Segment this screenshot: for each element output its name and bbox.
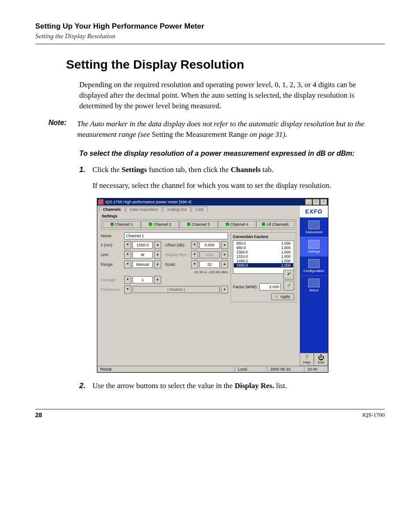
tab-analog-out[interactable]: Analog Out (163, 206, 191, 212)
settings-group-label: Settings (102, 214, 300, 218)
channel-indicator-icon (111, 223, 114, 226)
factor-label: Factor (W/W): (233, 285, 258, 289)
sidebar-item-instrument[interactable]: Instrument (300, 217, 328, 237)
display-res-value[interactable]: Auto (199, 251, 220, 258)
sidebar-label: Configuration (303, 269, 324, 273)
cf-factor: 1.000 (281, 250, 291, 254)
exfo-logo: EXFO (300, 205, 328, 217)
sidebar-item-settings[interactable]: Settings (300, 237, 328, 256)
reference-up-button[interactable]: ▲ (221, 286, 228, 294)
channel-2-button[interactable]: Channel 2 (141, 221, 179, 228)
channel-indicator-icon (187, 223, 190, 226)
cf-wl: 980.0 (236, 246, 246, 250)
cf-row[interactable]: 850.01.000 (234, 241, 293, 246)
scale-down-button[interactable]: ▼ (191, 261, 198, 268)
cf-row[interactable]: 1300.01.000 (234, 250, 293, 254)
window-title: IQS-1700 High performance power meter [9… (105, 200, 305, 204)
apply-button[interactable]: ✓ Apply (271, 293, 294, 300)
channel-indicator-icon (262, 223, 265, 226)
window-maximize-button[interactable]: □ (313, 199, 320, 205)
step-1-text: Click the Settings function tab, then cl… (92, 165, 273, 175)
average-down-button[interactable]: ▼ (124, 276, 131, 284)
display-res-down-button[interactable]: ▼ (191, 251, 198, 259)
range-up-button[interactable]: ▲ (154, 261, 161, 268)
tabs-row: Channels Data Acquisition Analog Out Lis… (97, 205, 300, 212)
scale-up-button[interactable]: ▲ (221, 261, 228, 268)
window-minimize-button[interactable]: _ (305, 199, 312, 205)
channel-1-button[interactable]: Channel 1 (103, 221, 141, 228)
step-1-frag-d: tab. (261, 165, 273, 174)
lambda-down-button[interactable]: ▼ (124, 241, 131, 249)
confirm-button[interactable]: ✓ (284, 281, 294, 290)
range-label: Range: (101, 262, 123, 267)
status-time: 10:49 (304, 366, 328, 372)
tab-data-acquisition[interactable]: Data Acquisition (126, 206, 162, 212)
range-down-button[interactable]: ▼ (124, 261, 131, 268)
cf-factor: 2.000 (281, 263, 291, 268)
cf-wl: 850.0 (236, 241, 246, 246)
exit-button[interactable]: ⏻ Exit (314, 353, 328, 366)
name-input[interactable]: Channel 1 (124, 232, 228, 239)
step-1-frag-a: Click the (92, 165, 122, 174)
offset-value[interactable]: 0.000 (199, 242, 220, 249)
settings-icon (308, 240, 320, 249)
status-date: 2002-06-10 (267, 366, 304, 372)
window-titlebar: IQS-1700 High performance power meter [9… (97, 198, 328, 205)
cf-row[interactable]: 1310.01.000 (234, 254, 293, 259)
status-local: Local (235, 366, 267, 372)
display-res-up-button[interactable]: ▲ (221, 251, 228, 259)
unit-up-button[interactable]: ▲ (154, 251, 161, 259)
note-text: The Auto marker in the data display does… (77, 119, 385, 140)
check-icon: ✓ (287, 283, 291, 288)
channel-3-button[interactable]: Channel 3 (179, 221, 217, 228)
sidebar-item-configuration[interactable]: Configuration (300, 256, 328, 275)
sidebar-item-about[interactable]: About (300, 275, 328, 295)
lambda-up-button[interactable]: ▲ (154, 241, 161, 249)
status-ready: Ready (97, 366, 235, 372)
all-channels-button[interactable]: All Channels (256, 221, 295, 228)
channel-1-label: Channel 1 (115, 222, 133, 227)
all-channels-label: All Channels (266, 222, 289, 227)
sidebar-label: Settings (308, 249, 321, 253)
step-2-frag-c: list. (274, 382, 287, 390)
lambda-value[interactable]: 1550.0 (133, 242, 153, 249)
range-value[interactable]: Manual (133, 261, 153, 268)
model-label: IQS-1700 (362, 411, 385, 418)
header-rule (35, 44, 385, 44)
procedure-heading: To select the display resolution of a po… (79, 149, 385, 158)
factor-input[interactable]: 2.000 (259, 283, 281, 290)
reference-label: Reference: (101, 287, 123, 292)
cf-factor: 1.000 (281, 246, 291, 250)
help-icon: ? (300, 354, 313, 360)
page-number: 28 (35, 411, 42, 418)
channel-2-label: Channel 2 (153, 222, 171, 227)
sidebar-label: Instrument (306, 230, 322, 234)
offset-label: Offset (dB): (165, 243, 190, 247)
correction-factors-list[interactable]: 850.01.000 980.01.000 1300.01.000 1310.0… (233, 240, 294, 274)
cf-factor: 1.000 (281, 241, 291, 246)
help-button[interactable]: ? Help (300, 353, 314, 366)
app-screenshot: IQS-1700 High performance power meter [9… (97, 198, 328, 373)
tab-channels[interactable]: Channels (99, 206, 125, 212)
unit-value[interactable]: W (133, 251, 153, 258)
average-value[interactable]: 1 (133, 276, 153, 283)
scale-value[interactable]: 52 (199, 261, 220, 268)
cf-row[interactable]: 980.01.000 (234, 246, 293, 250)
reference-value[interactable]: [ Module ] (133, 286, 220, 293)
reference-down-button[interactable]: ▼ (124, 286, 131, 294)
undo-button[interactable]: ↶ (284, 270, 294, 279)
channel-4-label: Channel 4 (230, 222, 248, 227)
channel-4-button[interactable]: Channel 4 (218, 221, 256, 228)
offset-up-button[interactable]: ▲ (221, 241, 228, 249)
range-note: 45.39 to -100.00 dBm (101, 270, 228, 274)
window-close-button[interactable]: × (320, 199, 327, 205)
tab-lists[interactable]: Lists (192, 206, 208, 212)
offset-down-button[interactable]: ▼ (191, 241, 198, 249)
cf-row[interactable]: 1480.01.000 (234, 259, 293, 263)
unit-down-button[interactable]: ▼ (124, 251, 131, 259)
channel-indicator-icon (226, 223, 229, 226)
check-icon: ✓ (275, 294, 279, 299)
average-up-button[interactable]: ▲ (154, 276, 161, 284)
cf-row-selected[interactable]: 1550.02.000 (234, 263, 293, 268)
step-2-frag-a: Use the arrow buttons to select the valu… (92, 382, 235, 390)
